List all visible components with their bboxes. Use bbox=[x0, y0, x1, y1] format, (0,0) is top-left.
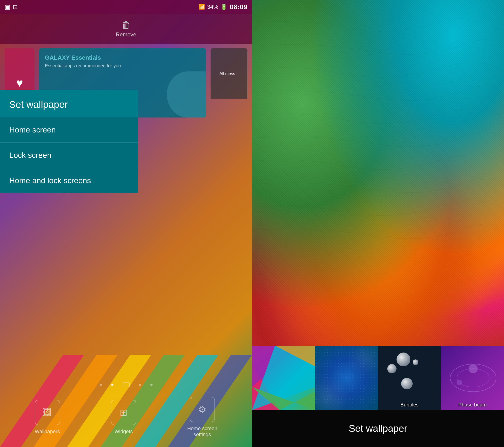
bottom-shortcuts: 🖼 Wallpapers ⊞ Widgets ⚙ Home screen set… bbox=[0, 392, 252, 442]
heart-icon: ♥ bbox=[16, 76, 23, 90]
left-panel: ▣ ⊡ 📶 34% 🔋 08:09 🗑 Remove ♥ GALAXY Esse… bbox=[0, 0, 252, 447]
status-icons-right: 📶 34% 🔋 08:09 bbox=[198, 3, 247, 11]
thumb-dots[interactable] bbox=[315, 346, 378, 410]
svg-point-15 bbox=[457, 380, 462, 385]
remove-label: Remove bbox=[116, 31, 136, 38]
lock-screen-label: Lock screen bbox=[9, 151, 51, 159]
water-lines bbox=[252, 0, 504, 346]
dialog-title: Set wallpaper bbox=[9, 99, 129, 110]
thumbnails-row: Bubbles Phase beam bbox=[252, 346, 504, 410]
phasebeam-label: Phase beam bbox=[441, 402, 504, 408]
thumb-phasebeam[interactable]: Phase beam bbox=[441, 346, 504, 410]
home-screen-settings-shortcut[interactable]: ⚙ Home screen settings bbox=[187, 397, 217, 438]
bubble-small bbox=[413, 359, 418, 365]
home-screen-option[interactable]: Home screen bbox=[0, 117, 138, 142]
set-wallpaper-dialog: Set wallpaper Home screen Lock screen Ho… bbox=[0, 90, 138, 193]
thumb-colorful[interactable] bbox=[252, 346, 315, 410]
home-lock-screens-option[interactable]: Home and lock screens bbox=[0, 168, 138, 193]
home-screen-label: Home screen bbox=[9, 125, 56, 134]
remove-button[interactable]: 🗑 Remove bbox=[116, 20, 136, 38]
top-action-bar: 🗑 Remove bbox=[0, 14, 252, 44]
widgets-icon: ⊞ bbox=[111, 400, 136, 425]
home-indicator bbox=[123, 383, 129, 387]
status-icons-left: ▣ ⊡ bbox=[5, 3, 18, 11]
wallpapers-icon: 🖼 bbox=[35, 400, 60, 425]
signal-icon: 📶 bbox=[198, 4, 205, 10]
lock-screen-option[interactable]: Lock screen bbox=[0, 142, 138, 168]
galaxy-hand-decoration bbox=[167, 71, 206, 117]
widgets-shortcut[interactable]: ⊞ Widgets bbox=[111, 400, 136, 435]
edit-icon: ⊡ bbox=[13, 3, 18, 11]
right-panel: Bubbles Phase beam Set wallpaper bbox=[252, 0, 504, 447]
set-wallpaper-bar[interactable]: Set wallpaper bbox=[252, 410, 504, 447]
dots-pattern bbox=[315, 346, 378, 410]
bubbles-label: Bubbles bbox=[378, 402, 441, 408]
page-dot-2 bbox=[111, 384, 113, 386]
phasebeam-svg bbox=[441, 346, 504, 410]
status-bar: ▣ ⊡ 📶 34% 🔋 08:09 bbox=[0, 0, 252, 14]
home-lock-screens-label: Home and lock screens bbox=[9, 176, 91, 185]
trash-icon: 🗑 bbox=[122, 20, 131, 30]
wallpapers-shortcut[interactable]: 🖼 Wallpapers bbox=[35, 400, 60, 435]
bubble-medium bbox=[387, 364, 396, 373]
battery-percent: 34% bbox=[207, 4, 218, 10]
page-dot-1 bbox=[100, 384, 102, 386]
colorful-triangles bbox=[252, 346, 315, 410]
page-dot-4 bbox=[150, 384, 153, 386]
galaxy-title: GALAXY Essentials bbox=[45, 54, 200, 61]
thumbnail-strip: Bubbles Phase beam Set wallpaper bbox=[252, 346, 504, 447]
thumb-bubbles[interactable]: Bubbles bbox=[378, 346, 441, 410]
screen-icon: ▣ bbox=[5, 3, 10, 11]
battery-icon: 🔋 bbox=[220, 4, 227, 10]
settings-icon: ⚙ bbox=[190, 397, 215, 422]
home-screen-settings-label: Home screen settings bbox=[187, 426, 217, 438]
svg-point-14 bbox=[468, 364, 478, 373]
bubble-large bbox=[396, 352, 410, 366]
status-time: 08:09 bbox=[230, 3, 247, 11]
wallpapers-label: Wallpapers bbox=[35, 428, 60, 435]
messages-label: All mess... bbox=[219, 71, 238, 76]
set-wallpaper-text: Set wallpaper bbox=[349, 423, 407, 434]
bubble-medium-2 bbox=[401, 378, 413, 389]
page-indicator bbox=[0, 378, 252, 392]
wallpaper-preview bbox=[252, 0, 504, 346]
page-dot-3 bbox=[139, 384, 141, 386]
messages-tile[interactable]: All mess... bbox=[211, 48, 247, 99]
dialog-header: Set wallpaper bbox=[0, 90, 138, 117]
galaxy-subtitle: Essential apps recommended for you bbox=[45, 63, 200, 68]
widgets-label: Widgets bbox=[114, 428, 133, 435]
